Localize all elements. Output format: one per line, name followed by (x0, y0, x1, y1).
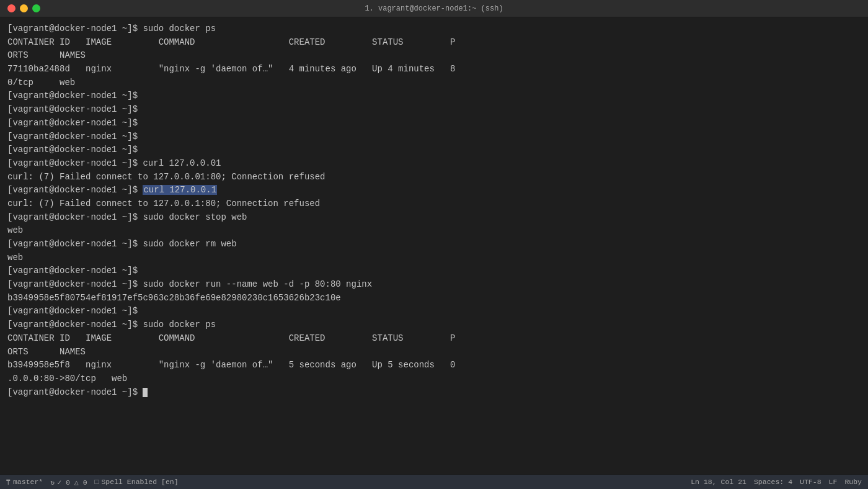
terminal-line: curl: (7) Failed connect to 127.0.0.1:80… (7, 197, 861, 211)
close-button[interactable] (7, 4, 16, 12)
terminal-line: [vagrant@docker-node1 ~]$ (7, 305, 861, 318)
language-mode: Ruby (844, 478, 862, 486)
terminal-line: ORTS NAMES (7, 49, 861, 63)
terminal-line: [vagrant@docker-node1 ~]$ curl 127.0.0.0… (7, 157, 861, 171)
maximize-button[interactable] (32, 4, 40, 12)
statusbar: ⍑ master* ↻ ✓ 0 △ 0 □ Spell Enabled [en]… (0, 474, 868, 489)
terminal-line: CONTAINER ID IMAGE COMMAND CREATED STATU… (7, 332, 861, 346)
terminal-line: [vagrant@docker-node1 ~]$ (7, 143, 861, 157)
titlebar: 1. vagrant@docker-node1:~ (ssh) (0, 0, 868, 17)
terminal-line: [vagrant@docker-node1 ~]$ sudo docker ps (7, 22, 861, 36)
terminal-line: [vagrant@docker-node1 ~]$ (7, 103, 861, 117)
spell-status: □ Spell Enabled [en] (95, 478, 179, 486)
terminal-line: [vagrant@docker-node1 ~]$ (7, 130, 861, 144)
terminal-cursor (143, 388, 148, 397)
terminal-line: [vagrant@docker-node1 ~]$ curl 127.0.0.1 (7, 184, 861, 197)
terminal-line: [vagrant@docker-node1 ~]$ sudo docker ps (7, 318, 861, 332)
terminal-line-active[interactable]: [vagrant@docker-node1 ~]$ (7, 386, 861, 400)
terminal-line: [vagrant@docker-node1 ~]$ (7, 117, 861, 130)
terminal-line: b3949958e5f80754ef81917ef5c963c28b36fe69… (7, 292, 861, 305)
sync-status: ↻ ✓ 0 △ 0 (50, 478, 87, 487)
terminal-line: [vagrant@docker-node1 ~]$ sudo docker ru… (7, 278, 861, 292)
traffic-lights (7, 4, 40, 12)
terminal-line: web (7, 251, 861, 265)
window-title: 1. vagrant@docker-node1:~ (ssh) (365, 4, 503, 13)
terminal-line: 77110ba2488d nginx "nginx -g 'daemon of…… (7, 63, 861, 76)
statusbar-left: ⍑ master* ↻ ✓ 0 △ 0 □ Spell Enabled [en] (6, 478, 179, 487)
sync-icon: ↻ (50, 478, 55, 487)
terminal-line: curl: (7) Failed connect to 127.0.0.01:8… (7, 171, 861, 184)
terminal-line: [vagrant@docker-node1 ~]$ sudo docker rm… (7, 238, 861, 251)
terminal-line: ORTS NAMES (7, 346, 861, 359)
terminal-line: [vagrant@docker-node1 ~]$ (7, 264, 861, 278)
terminal-line: CONTAINER ID IMAGE COMMAND CREATED STATU… (7, 36, 861, 50)
terminal-line: [vagrant@docker-node1 ~]$ (7, 89, 861, 103)
terminal-line: [vagrant@docker-node1 ~]$ sudo docker st… (7, 211, 861, 225)
cursor-position: Ln 18, Col 21 (691, 478, 746, 486)
branch-status: ⍑ master* (6, 478, 43, 487)
terminal-line: b3949958e5f8 nginx "nginx -g 'daemon of…… (7, 359, 861, 372)
terminal-line: web (7, 224, 861, 238)
terminal-area[interactable]: [vagrant@docker-node1 ~]$ sudo docker ps… (0, 17, 868, 474)
spell-label: Spell Enabled [en] (101, 478, 178, 486)
terminal-line: 0/tcp web (7, 76, 861, 90)
spell-icon: □ (95, 478, 99, 486)
branch-icon: ⍑ (6, 478, 11, 487)
branch-name: master* (13, 478, 43, 486)
issues-count: ✓ 0 △ 0 (57, 478, 87, 487)
spaces-setting: Spaces: 4 (754, 478, 792, 486)
statusbar-right: Ln 18, Col 21 Spaces: 4 UTF-8 LF Ruby (691, 478, 862, 486)
highlighted-command: curl 127.0.0.1 (143, 185, 217, 195)
terminal-line: .0.0.0:80->80/tcp web (7, 372, 861, 386)
minimize-button[interactable] (20, 4, 28, 12)
file-encoding: UTF-8 (800, 478, 822, 486)
line-ending: LF (829, 478, 838, 486)
